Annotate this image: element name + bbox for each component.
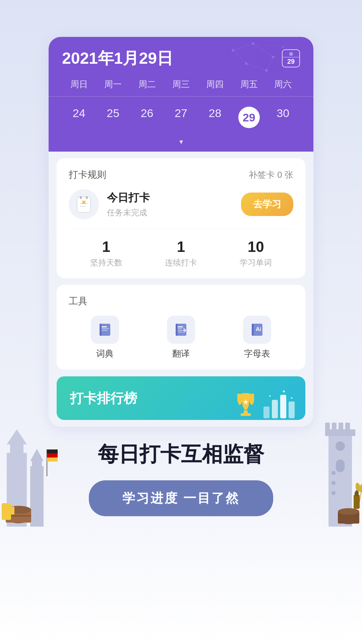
svg-rect-71 (244, 411, 248, 413)
checkin-row: 今日打卡 任务未完成 去学习 (69, 189, 293, 219)
svg-line-43 (233, 44, 253, 50)
svg-rect-60 (100, 324, 102, 336)
svg-text:Ai: Ai (256, 326, 261, 332)
dictionary-icon (91, 316, 119, 344)
weekday-wed: 周三 (164, 76, 198, 93)
calendar-icon-date: 29 (287, 57, 295, 65)
ranking-decoration: ✦ ✦ ✦ (232, 390, 295, 420)
svg-rect-62 (177, 326, 183, 327)
calendar-title: 2021年1月29日 (62, 48, 173, 69)
date-25[interactable]: 25 (96, 103, 130, 132)
stat-consecutive: 1 连续打卡 (143, 238, 218, 268)
checkin-card: 打卡规则 补签卡 0 张 (57, 158, 305, 278)
bottom-title: 每日打卡互相监督 (98, 440, 264, 468)
svg-rect-49 (77, 197, 90, 212)
svg-rect-63 (177, 328, 182, 329)
weekday-sun: 周日 (62, 76, 96, 93)
svg-line-46 (233, 50, 246, 64)
svg-rect-75 (272, 400, 278, 418)
stat-label-2: 连续打卡 (143, 257, 218, 268)
weekday-mon: 周一 (96, 76, 130, 93)
supplement-card-label: 补签卡 0 张 (249, 169, 293, 181)
tool-alphabet-label: 字母表 (244, 348, 270, 360)
stat-num-2: 1 (143, 238, 218, 255)
active-date-bubble: 29 (238, 107, 260, 128)
phone-card: 2021年1月29日 ⊞ 29 周日 周一 周二 周三 周四 周五 周六 24 … (49, 37, 313, 427)
svg-line-45 (266, 57, 273, 70)
tools-grid: 词典 (69, 316, 293, 360)
stat-words: 10 学习单词 (219, 238, 293, 268)
tool-alphabet[interactable]: Ai 字母表 (221, 316, 293, 360)
svg-text:✦: ✦ (290, 396, 293, 400)
svg-rect-77 (289, 401, 295, 418)
date-26[interactable]: 26 (130, 103, 164, 132)
svg-rect-59 (101, 330, 108, 331)
tools-title: 工具 (69, 295, 293, 308)
ranking-text: 打卡排行榜 (70, 389, 137, 408)
checkin-rules-label: 打卡规则 (69, 168, 106, 181)
stat-num-1: 1 (69, 238, 143, 255)
stat-label-3: 学习单词 (219, 257, 293, 268)
svg-text:✦: ✦ (268, 394, 271, 398)
tool-dictionary[interactable]: 词典 (69, 316, 141, 360)
stats-row: 1 坚持天数 1 连续打卡 10 学习单词 (69, 229, 293, 268)
checkin-info: 今日打卡 任务未完成 (107, 191, 233, 218)
go-study-button[interactable]: 去学习 (241, 193, 293, 216)
svg-rect-58 (101, 328, 109, 329)
checkin-sub-text: 任务未完成 (107, 207, 233, 218)
checkin-main-text: 今日打卡 (107, 191, 233, 205)
calendar-collapse-arrow[interactable]: ▾ (62, 135, 300, 152)
svg-rect-69 (252, 324, 254, 336)
date-24[interactable]: 24 (62, 103, 96, 132)
tools-card: 工具 词典 (57, 285, 305, 370)
svg-rect-74 (263, 407, 269, 418)
date-27[interactable]: 27 (164, 103, 198, 132)
translate-icon (167, 316, 195, 344)
tool-dictionary-label: 词典 (96, 348, 114, 360)
svg-rect-50 (80, 196, 82, 199)
tool-translate-label: 翻译 (172, 348, 190, 360)
bottom-cta-button[interactable]: 学习进度 一目了然 (89, 480, 274, 516)
stat-persist-days: 1 坚持天数 (69, 238, 143, 268)
calendar-dates: 24 25 26 27 28 29 30 (62, 97, 300, 135)
date-28[interactable]: 28 (198, 103, 232, 132)
svg-rect-65 (177, 332, 182, 332)
network-decoration (220, 40, 287, 80)
ranking-banner[interactable]: 打卡排行榜 (57, 376, 305, 420)
svg-rect-66 (176, 324, 178, 336)
checkin-card-header: 打卡规则 补签卡 0 张 (69, 168, 293, 181)
svg-text:✦: ✦ (282, 390, 286, 394)
svg-rect-72 (241, 413, 251, 416)
stat-num-3: 10 (219, 238, 293, 255)
svg-rect-76 (280, 395, 286, 418)
date-30[interactable]: 30 (266, 103, 300, 132)
stat-label-1: 坚持天数 (69, 257, 143, 268)
bottom-section: 每日打卡互相监督 学习进度 一目了然 (0, 427, 362, 536)
tool-translate[interactable]: 翻译 (145, 316, 218, 360)
date-29-active[interactable]: 29 (232, 103, 266, 132)
calendar-header: 2021年1月29日 ⊞ 29 周日 周一 周二 周三 周四 周五 周六 24 … (49, 37, 313, 152)
svg-rect-51 (86, 196, 88, 199)
svg-rect-57 (101, 326, 107, 327)
weekday-tue: 周二 (130, 76, 164, 93)
content-area: 打卡规则 补签卡 0 张 (49, 158, 313, 420)
alphabet-icon: Ai (243, 316, 271, 344)
checkin-icon (69, 189, 99, 219)
svg-line-47 (246, 64, 266, 70)
